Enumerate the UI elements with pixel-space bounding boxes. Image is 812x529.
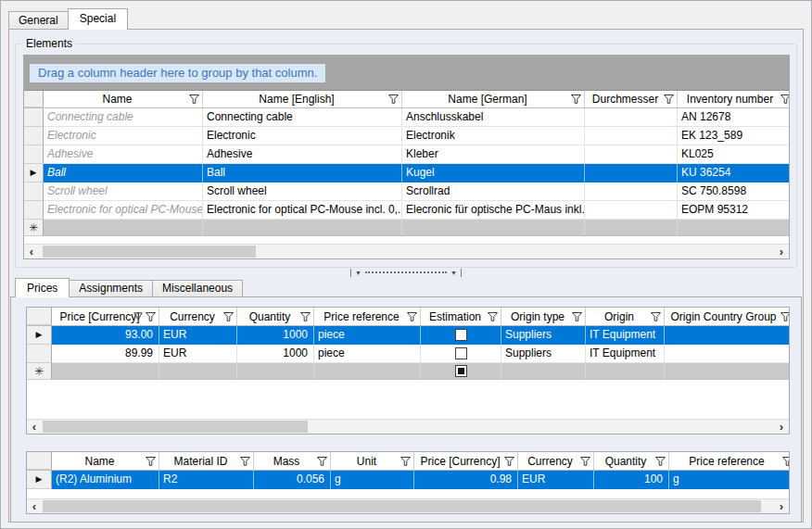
filter-icon[interactable] xyxy=(189,94,199,104)
cell-origin[interactable]: IT Equipment xyxy=(586,345,665,363)
new-row-cell[interactable] xyxy=(237,363,314,380)
cell-origin[interactable]: IT Equipment xyxy=(586,326,665,345)
splitter-collapse-icon[interactable]: ▼ xyxy=(450,270,457,276)
cell-name-german[interactable]: Kleber xyxy=(402,145,585,164)
cell-durchmesser[interactable] xyxy=(585,127,678,145)
filter-icon[interactable] xyxy=(223,312,234,321)
filter-icon[interactable] xyxy=(407,312,417,321)
cell-currency[interactable]: EUR xyxy=(159,345,237,363)
filter-icon[interactable] xyxy=(146,457,156,466)
filter-icon[interactable] xyxy=(664,94,674,104)
filter-icon[interactable] xyxy=(240,457,250,466)
cell-name-english[interactable]: Adhesive xyxy=(203,145,402,164)
table-row[interactable]: ▶(R2) AluminiumR20.056g0.98EUR100g xyxy=(27,471,789,489)
row-indicator-cell[interactable] xyxy=(24,183,44,201)
tab-general[interactable]: General xyxy=(8,11,69,29)
scroll-right-icon[interactable]: › xyxy=(774,420,789,434)
row-indicator-cell[interactable]: ▶ xyxy=(24,164,44,183)
new-row-cell[interactable] xyxy=(203,220,402,236)
cell-durchmesser[interactable] xyxy=(585,108,678,127)
table-row[interactable]: ▶93.00EUR1000pieceSuppliersIT Equipment xyxy=(27,326,789,345)
new-row-cell[interactable] xyxy=(586,363,665,380)
cell-price-reference[interactable]: piece xyxy=(314,326,421,345)
tab-miscellaneous[interactable]: Miscellaneous xyxy=(152,280,243,296)
filter-icon[interactable] xyxy=(572,312,582,321)
filter-icon[interactable] xyxy=(580,457,590,466)
cell-inventory-number[interactable]: EK 123_589 xyxy=(678,127,790,145)
group-by-panel[interactable]: Drag a column header here to group by th… xyxy=(24,56,789,91)
cell-price-currency[interactable]: 89.99 xyxy=(52,345,159,363)
new-row-cell[interactable] xyxy=(159,363,237,380)
new-row-cell[interactable] xyxy=(421,363,501,380)
new-row-cell[interactable] xyxy=(678,220,790,236)
materials-grid-horizontal-scrollbar[interactable]: ‹ › xyxy=(27,498,789,513)
column-header-origin[interactable]: Origin xyxy=(586,308,665,325)
cell-inventory-number[interactable]: EOPM 95312 xyxy=(678,201,790,220)
table-row[interactable]: ▶BallBallKugelKU 36254 xyxy=(24,164,789,183)
column-header-quantity[interactable]: Quantity xyxy=(237,308,314,325)
column-header-currency[interactable]: Currency xyxy=(159,308,237,325)
column-header-quantity[interactable]: Quantity xyxy=(594,452,669,470)
tab-prices[interactable]: Prices xyxy=(15,278,70,297)
splitter-grip[interactable]: ▼ ▼ xyxy=(350,269,462,277)
cell-name[interactable]: Electronic for optical PC-Mouse... xyxy=(44,201,203,220)
filter-icon[interactable] xyxy=(655,457,666,466)
cell-name[interactable]: Adhesive xyxy=(44,145,203,164)
cell-name-german[interactable]: Scrollrad xyxy=(402,183,585,201)
new-row-cell[interactable] xyxy=(402,220,585,236)
column-header-name[interactable]: Name xyxy=(44,91,203,107)
column-header-currency[interactable]: Currency xyxy=(518,452,594,470)
table-row[interactable]: Electronic for optical PC-Mouse...Electr… xyxy=(24,201,789,220)
cell-quantity[interactable]: 1000 xyxy=(237,345,314,363)
column-header-unit[interactable]: Unit xyxy=(331,452,414,470)
scroll-right-icon[interactable]: › xyxy=(774,499,789,513)
column-header-price-reference[interactable]: Price reference xyxy=(314,308,421,325)
cell-name-german[interactable]: Electronik xyxy=(402,127,585,145)
cell-price-reference[interactable]: g xyxy=(669,471,790,489)
scrollbar-thumb[interactable] xyxy=(43,421,308,433)
scrollbar-thumb[interactable] xyxy=(43,246,256,258)
cell-quantity[interactable]: 100 xyxy=(594,471,669,489)
cell-price-currency[interactable]: 93.00 xyxy=(52,326,159,345)
table-row[interactable]: Connecting cableConnecting cableAnschlus… xyxy=(24,108,789,127)
filter-icon[interactable] xyxy=(317,457,327,466)
cell-name[interactable]: Ball xyxy=(44,164,203,183)
cell-name-english[interactable]: Ball xyxy=(203,164,402,183)
column-header-inventory-number[interactable]: Inventory number xyxy=(678,91,790,107)
table-row[interactable]: 89.99EUR1000pieceSuppliersIT Equipment xyxy=(27,345,789,363)
new-row[interactable]: ✳ xyxy=(27,363,789,380)
row-indicator-cell[interactable]: ▶ xyxy=(27,326,52,345)
cell-name-english[interactable]: Connecting cable xyxy=(203,108,402,127)
cell-mass[interactable]: 0.056 xyxy=(254,471,331,489)
new-row-cell[interactable] xyxy=(52,363,159,380)
filter-icon[interactable] xyxy=(488,312,498,321)
scroll-left-icon[interactable]: ‹ xyxy=(27,420,42,434)
cell-name-german[interactable]: Kugel xyxy=(402,164,585,183)
cell-currency[interactable]: EUR xyxy=(518,471,594,489)
cell-durchmesser[interactable] xyxy=(585,183,678,201)
cell-material-id[interactable]: R2 xyxy=(159,471,254,489)
cell-inventory-number[interactable]: AN 12678 xyxy=(678,108,790,127)
cell-name-german[interactable]: Anschlusskabel xyxy=(402,108,585,127)
cell-quantity[interactable]: 1000 xyxy=(237,326,314,345)
column-header-origin-type[interactable]: Origin type xyxy=(501,308,586,325)
column-header-name-german[interactable]: Name [German] xyxy=(402,91,585,107)
cell-origin-type[interactable]: Suppliers xyxy=(501,345,586,363)
column-header-name-english[interactable]: Name [English] xyxy=(203,91,402,107)
column-header-price-currency[interactable]: Price [Currency] xyxy=(414,452,518,470)
row-indicator-cell[interactable]: ▶ xyxy=(27,471,52,489)
prices-grid-horizontal-scrollbar[interactable]: ‹ › xyxy=(27,419,789,434)
filter-icon[interactable] xyxy=(146,312,156,321)
column-header-origin-country-group[interactable]: Origin Country Group xyxy=(665,308,790,325)
scrollbar-thumb[interactable] xyxy=(43,500,761,512)
table-row[interactable]: Scroll wheelScroll wheelScrollradSC 750.… xyxy=(24,183,789,201)
scroll-left-icon[interactable]: ‹ xyxy=(27,499,42,513)
cell-origin-type[interactable]: Suppliers xyxy=(501,326,586,345)
cell-name-german[interactable]: Elecronic für optische PC-Maus inkl. 0,.… xyxy=(402,201,585,220)
tab-assignments[interactable]: Assignments xyxy=(69,280,153,296)
cell-durchmesser[interactable] xyxy=(585,145,678,164)
filter-icon[interactable] xyxy=(388,94,399,104)
cell-name[interactable]: Scroll wheel xyxy=(44,183,203,201)
estimation-checkbox[interactable] xyxy=(455,329,467,341)
cell-estimation[interactable] xyxy=(421,345,501,363)
